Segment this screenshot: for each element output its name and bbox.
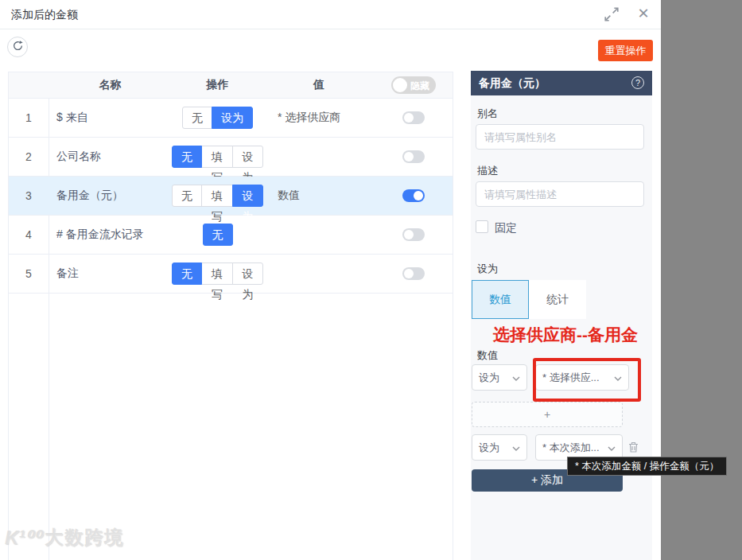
op-button-none[interactable]: 无	[203, 224, 233, 246]
table-row: 1 $ 来自 无 设为 * 选择供应商	[9, 99, 453, 138]
tab-numeric[interactable]: 数值	[472, 280, 529, 319]
op-button-setas[interactable]: 设为	[232, 146, 264, 168]
attribute-table: 名称 操作 值 隐藏 1 $ 来自 无 设为 * 选择供应商 2 公司名	[8, 72, 453, 560]
row-index: 4	[9, 228, 49, 241]
delete-row-icon[interactable]	[627, 441, 639, 457]
row-index: 2	[9, 150, 49, 163]
source-field-select[interactable]: * 选择供应...	[535, 364, 629, 391]
op-button-fill[interactable]: 填写	[201, 262, 233, 285]
toggle-knob	[414, 191, 423, 200]
toggle-knob	[393, 78, 407, 92]
add-mapping-row-button[interactable]: +	[472, 402, 623, 427]
header-name: 名称	[49, 78, 172, 92]
row-index: 1	[9, 111, 49, 124]
row-name: $ 来自	[49, 111, 172, 125]
op-button-none[interactable]: 无	[172, 146, 202, 168]
toggle-knob	[404, 269, 414, 278]
field-tooltip: * 本次添加金额 / 操作金额（元）	[567, 457, 727, 476]
tab-statistics[interactable]: 统计	[529, 280, 586, 319]
op-button-fill[interactable]: 填写	[201, 146, 233, 168]
hide-toggle[interactable]: 隐藏	[391, 76, 436, 94]
row-name: 公司名称	[49, 150, 172, 164]
alias-input[interactable]	[476, 124, 644, 150]
row-toggle[interactable]	[402, 111, 425, 124]
chevron-down-icon	[512, 371, 520, 383]
close-icon[interactable]: ✕	[634, 4, 653, 23]
table-row-selected: 3 备用金（元） 无 填写 设为 数值	[9, 177, 453, 216]
fixed-checkbox-label: 固定	[495, 221, 517, 235]
op-button-setas[interactable]: 设为	[232, 185, 264, 207]
source-field-select-value: * 选择供应...	[542, 371, 600, 385]
row-value: 数值	[263, 189, 375, 203]
row-toggle[interactable]	[402, 228, 425, 241]
help-icon[interactable]: ?	[631, 76, 644, 89]
chevron-down-icon	[608, 441, 616, 453]
toggle-knob	[404, 230, 414, 239]
reset-operation-button[interactable]: 重置操作	[598, 40, 653, 61]
row-name: 备用金（元）	[49, 189, 172, 203]
header-operation: 操作	[172, 78, 263, 92]
operation-select[interactable]: 设为	[472, 364, 527, 391]
table-header-row: 名称 操作 值 隐藏	[9, 72, 453, 99]
panel-title: 备用金（元）	[479, 76, 546, 89]
header-value: 值	[263, 78, 375, 92]
table-row: 2 公司名称 无 填写 设为	[9, 138, 453, 177]
chevron-down-icon	[512, 441, 520, 453]
operation-select-value: 设为	[479, 441, 499, 455]
fixed-checkbox[interactable]	[476, 220, 488, 233]
fullscreen-icon[interactable]	[604, 6, 620, 22]
row-index: 5	[9, 267, 49, 280]
op-button-fill[interactable]: 填写	[201, 185, 233, 207]
refresh-icon	[12, 40, 24, 55]
operation-select[interactable]: 设为	[472, 434, 527, 461]
row-value: * 选择供应商	[263, 111, 375, 125]
op-button-setas[interactable]: 设为	[232, 262, 264, 285]
page-title: 添加后的金额	[11, 8, 78, 22]
modal-dialog: 添加后的金额 ✕ 重置操作 名称 操作 值 隐藏	[0, 0, 742, 560]
page-backdrop	[661, 0, 742, 560]
op-button-setas[interactable]: 设为	[212, 107, 253, 129]
titlebar: 添加后的金额 ✕	[0, 0, 661, 29]
toggle-knob	[404, 113, 414, 122]
numeric-section-label: 数值	[477, 348, 498, 363]
row-toggle[interactable]	[402, 267, 425, 280]
table-row: 5 备注 无 填写 设为	[9, 255, 453, 294]
attribute-detail-panel: 备用金（元） ? 别名 描述 固定 设为 数值 统计 数值 设为 * 选择供应.…	[471, 71, 652, 560]
description-input[interactable]	[476, 181, 644, 207]
source-field-select-value: * 本次添加...	[542, 441, 600, 455]
row-toggle[interactable]	[402, 189, 425, 202]
row-name: # 备用金流水记录	[49, 228, 172, 242]
row-index: 3	[9, 189, 49, 202]
op-button-none[interactable]: 无	[182, 107, 212, 129]
description-label: 描述	[477, 164, 498, 178]
row-toggle[interactable]	[402, 150, 425, 163]
table-row: 4 # 备用金流水记录 无	[9, 216, 453, 255]
set-as-label: 设为	[477, 262, 498, 276]
alias-label: 别名	[477, 107, 498, 121]
toggle-knob	[404, 152, 414, 161]
refresh-button[interactable]	[7, 37, 28, 57]
panel-header: 备用金（元） ?	[471, 71, 652, 95]
op-button-none[interactable]: 无	[172, 262, 202, 285]
hide-toggle-label: 隐藏	[410, 80, 429, 93]
operation-select-value: 设为	[479, 371, 499, 385]
row-name: 备注	[49, 266, 172, 281]
op-button-none[interactable]: 无	[172, 185, 202, 207]
chevron-down-icon	[614, 371, 622, 383]
